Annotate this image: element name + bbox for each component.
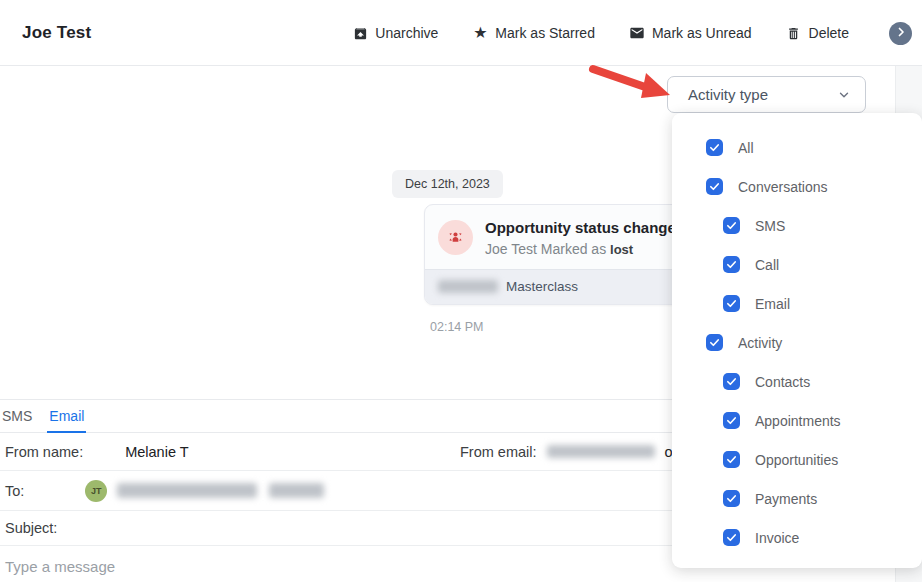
filter-option-label: Activity (738, 335, 782, 351)
from-name-label: From name: (5, 444, 83, 460)
subject-label: Subject: (5, 520, 57, 536)
redacted-from-email (547, 445, 655, 458)
star-icon: ★ (472, 25, 488, 41)
filter-option-label: Contacts (755, 374, 810, 390)
checkbox-checked-icon[interactable] (723, 451, 740, 468)
checkbox-checked-icon[interactable] (723, 256, 740, 273)
tab-sms[interactable]: SMS (0, 400, 42, 433)
top-bar-actions: Unarchive ★ Mark as Starred Mark as Unre… (352, 0, 912, 66)
checkbox-checked-icon[interactable] (706, 178, 723, 195)
from-email-group: From email: o (455, 433, 673, 470)
event-texts: Opportunity status changed Joe Test Mark… (485, 218, 685, 257)
annotation-arrow (586, 60, 678, 106)
filter-option-email[interactable]: Email (672, 284, 922, 323)
redacted-recipient-email (117, 483, 257, 498)
delete-button[interactable]: Delete (786, 25, 849, 41)
mark-as-starred-label: Mark as Starred (495, 25, 595, 41)
unarchive-icon (352, 25, 368, 41)
filter-option-contacts[interactable]: Contacts (672, 362, 922, 401)
to-label: To: (5, 483, 24, 499)
contact-name-title: Joe Test (22, 23, 91, 43)
delete-label: Delete (809, 25, 849, 41)
filter-option-label: All (738, 140, 754, 156)
event-status-value: lost (610, 242, 633, 257)
unarchive-label: Unarchive (375, 25, 438, 41)
tab-email[interactable]: Email (47, 400, 86, 433)
event-title: Opportunity status changed (485, 218, 685, 238)
message-input[interactable] (0, 550, 660, 582)
checkbox-checked-icon[interactable] (723, 373, 740, 390)
recipient-avatar: JT (85, 480, 107, 502)
mark-as-unread-button[interactable]: Mark as Unread (629, 25, 752, 41)
event-subtitle: Joe Test Marked as lost (485, 241, 685, 257)
checkbox-checked-icon[interactable] (706, 139, 723, 156)
activity-type-dropdown-panel: All Conversations SMS Call Email Activit… (672, 113, 922, 568)
from-email-label: From email: (460, 444, 537, 460)
filter-option-label: Opportunities (755, 452, 838, 468)
checkbox-checked-icon[interactable] (706, 334, 723, 351)
envelope-icon (629, 25, 645, 41)
filter-option-call[interactable]: Call (672, 245, 922, 284)
chevron-right-icon (895, 24, 907, 42)
mark-as-starred-button[interactable]: ★ Mark as Starred (472, 25, 595, 41)
pipeline-suffix: Masterclass (506, 279, 578, 294)
chevron-down-icon (837, 88, 851, 102)
mark-as-unread-label: Mark as Unread (652, 25, 752, 41)
activity-type-label: Activity type (688, 86, 768, 103)
filter-option-invoice[interactable]: Invoice (672, 518, 922, 557)
filter-option-payments[interactable]: Payments (672, 479, 922, 518)
filter-option-label: Payments (755, 491, 817, 507)
checkbox-checked-icon[interactable] (723, 490, 740, 507)
checkbox-checked-icon[interactable] (723, 217, 740, 234)
activity-type-dropdown-button[interactable]: Activity type (667, 76, 866, 113)
filter-option-conversations[interactable]: Conversations (672, 167, 922, 206)
filter-option-label: Invoice (755, 530, 799, 546)
from-name-value[interactable]: Melanie T (125, 444, 188, 460)
top-bar: Joe Test Unarchive ★ Mark as Starred Mar… (0, 0, 922, 66)
filter-option-appointments[interactable]: Appointments (672, 401, 922, 440)
unarchive-button[interactable]: Unarchive (352, 25, 438, 41)
filter-option-opportunities[interactable]: Opportunities (672, 440, 922, 479)
filter-option-activity[interactable]: Activity (672, 323, 922, 362)
redacted-pipeline-name (438, 280, 498, 293)
next-conversation-button[interactable] (889, 22, 912, 45)
filter-option-label: Appointments (755, 413, 841, 429)
checkbox-checked-icon[interactable] (723, 295, 740, 312)
trash-icon (786, 25, 802, 41)
date-chip: Dec 12th, 2023 (392, 170, 503, 198)
opportunity-status-icon (438, 220, 473, 255)
event-subtitle-prefix: Joe Test Marked as (485, 241, 610, 257)
filter-option-label: Call (755, 257, 779, 273)
filter-option-label: Email (755, 296, 790, 312)
filter-option-sms[interactable]: SMS (672, 206, 922, 245)
filter-option-label: SMS (755, 218, 785, 234)
filter-option-label: Conversations (738, 179, 828, 195)
redacted-recipient-extra (269, 483, 324, 498)
checkbox-checked-icon[interactable] (723, 529, 740, 546)
filter-option-all[interactable]: All (672, 128, 922, 167)
event-timestamp: 02:14 PM (430, 320, 484, 334)
conversation-screen: Joe Test Unarchive ★ Mark as Starred Mar… (0, 0, 922, 582)
checkbox-checked-icon[interactable] (723, 412, 740, 429)
